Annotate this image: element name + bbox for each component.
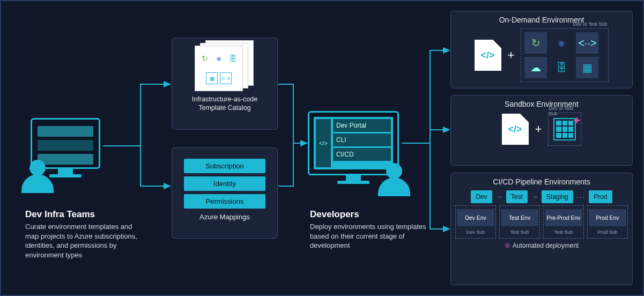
dev-item-cicd: CI/CD <box>333 148 391 161</box>
services-group: Dev or Test Sub + <box>548 113 581 146</box>
azure-pill-subscription: Subscription <box>184 159 265 173</box>
iac-label: Infrastructure-as-code Template Catalog <box>179 95 271 113</box>
code-icon: <··> <box>220 72 232 84</box>
auto-label: Automated deployment <box>513 242 579 249</box>
env-sub: Dev Sub <box>457 230 494 235</box>
kubernetes-icon: ⎈ <box>550 32 573 54</box>
automated-deployment: ⚙Automated deployment <box>451 242 632 249</box>
dev-item-cli: CLI <box>333 134 391 146</box>
env-name: Prod Env <box>589 209 626 226</box>
sub-label: Dev or Test Sub <box>573 21 608 27</box>
code-doc-icon: </> <box>475 40 501 71</box>
devinfra-title: Dev Infra Teams Curate environment templ… <box>25 209 143 260</box>
cicd-pipeline-environments: CI/CD Pipeline Environments Dev → Test →… <box>450 173 633 285</box>
developers-desc: Deploy environments using templates base… <box>310 222 433 250</box>
azure-pill-permissions: Permissions <box>184 194 265 209</box>
env-name: Pre-Prod Env <box>545 209 582 226</box>
pipe-stage-test: Test <box>506 190 528 203</box>
pipe-stage-dev: Dev <box>471 190 492 203</box>
database-icon: 🗄 <box>227 53 239 64</box>
developers-monitor: </> Dev Portal CLI CI/CD <box>308 111 399 184</box>
azure-pill-identity: Identity <box>184 176 265 191</box>
env-name: Dev Env <box>457 209 494 226</box>
iac-template-catalog: ↻ ⎈ 🗄 ▦ <··> Infrastructure-as-code Temp… <box>172 38 278 130</box>
developers-title: Developers Deploy environments using tem… <box>310 209 433 250</box>
env-cell-preprod: Pre-Prod Env Test Sub <box>543 205 584 239</box>
blueprint-icon: ▦ <box>206 72 218 84</box>
cloud-upload-icon: ☁ <box>524 57 547 78</box>
env-cell-prod: Prod Env Prod Sub <box>587 205 628 239</box>
env-sub: Prod Sub <box>589 230 626 235</box>
env-name: Test Env <box>501 209 538 226</box>
arrow-icon: → <box>495 193 503 201</box>
devinfra-desc: Curate environment templates and map pro… <box>25 222 143 260</box>
env-cell-dev: Dev Env Dev Sub <box>455 205 496 239</box>
diagram-canvas: Dev Infra Teams Curate environment templ… <box>0 0 644 296</box>
sandbox-title: Sandbox Environment <box>451 100 632 108</box>
kubernetes-icon: ⎈ <box>213 53 225 64</box>
env-sub: Test Sub <box>501 230 538 235</box>
sandbox-environment: Sandbox Environment </> + Dev or Test Su… <box>450 95 633 166</box>
devinfra-heading: Dev Infra Teams <box>25 209 143 220</box>
arrow-icon: → <box>531 193 538 201</box>
azure-label: Azure Mappings <box>182 213 268 221</box>
grid-plus-icon: + <box>553 118 576 140</box>
devinfra-monitor <box>31 118 100 177</box>
env-sub: Test Sub <box>545 230 582 235</box>
spring-icon: ↻ <box>524 32 547 54</box>
grid-table-icon: ▦ <box>576 57 598 78</box>
env-cell-test: Test Env Test Sub <box>499 205 540 239</box>
dev-item-portal: Dev Portal <box>333 119 391 132</box>
developers-heading: Developers <box>310 209 433 220</box>
code-ellipsis-icon: <··> <box>576 32 598 54</box>
ellipsis-icon: ··· <box>576 193 586 201</box>
pipe-stage-staging: Staging <box>542 190 573 203</box>
pipe-stage-prod: Prod <box>589 190 612 203</box>
spring-icon: ↻ <box>199 53 211 64</box>
gear-icon: ⚙ <box>505 242 510 249</box>
pipeline-title: CI/CD Pipeline Environments <box>451 177 632 186</box>
database-lightning-icon: 🗄 <box>550 57 573 78</box>
plus-icon: + <box>535 122 542 136</box>
azure-mappings: Subscription Identity Permissions Azure … <box>172 147 278 239</box>
services-group: Dev or Test Sub ↻ ⎈ <··> ☁ 🗄 ▦ <box>521 28 609 82</box>
plus-icon: + <box>508 48 515 62</box>
code-doc-icon: </> <box>502 114 529 145</box>
on-demand-environment: On-Demand Environment </> + Dev or Test … <box>450 11 633 88</box>
code-tag-icon: </> <box>316 119 331 167</box>
